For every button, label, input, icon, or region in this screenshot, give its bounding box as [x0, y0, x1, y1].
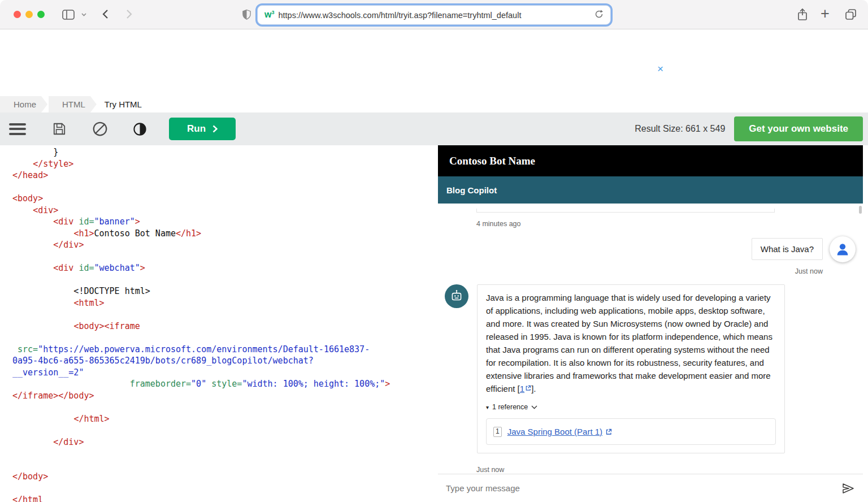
message-input-bar — [438, 474, 863, 502]
share-icon[interactable] — [797, 8, 808, 21]
privacy-shield-icon[interactable] — [242, 9, 251, 20]
send-icon — [841, 482, 855, 495]
url-text: https://www.w3schools.com/html/tryit.asp… — [278, 11, 521, 20]
references-label: 1 reference — [492, 401, 528, 414]
run-button[interactable]: Run — [169, 118, 236, 140]
run-arrow-icon — [212, 125, 218, 133]
bot-banner: Contoso Bot Name — [438, 145, 863, 176]
bot-banner-title: Contoso Bot Name — [449, 155, 535, 167]
code-editor[interactable]: } </style></head><body> <div> <div id="b… — [5, 145, 432, 502]
robot-icon — [449, 289, 464, 304]
get-website-button[interactable]: Get your own website — [734, 116, 863, 141]
back-button[interactable] — [102, 9, 108, 19]
bot-message-text: Java is a programming language that is w… — [486, 293, 772, 393]
menu-icon[interactable] — [9, 123, 26, 135]
reference-number: 1 — [493, 427, 502, 437]
reference-card[interactable]: 1 Java Spring Boot (Part 1) — [486, 418, 776, 445]
breadcrumb-html[interactable]: HTML — [49, 96, 97, 112]
ad-area: × — [0, 29, 868, 96]
external-link-icon — [605, 429, 612, 435]
user-avatar — [830, 236, 856, 262]
code-lines: } </style></head><body> <div> <div id="b… — [12, 147, 432, 502]
bot-avatar — [445, 284, 468, 308]
pane-divider[interactable] — [432, 145, 438, 502]
ad-close-button[interactable]: × — [657, 63, 663, 74]
chevron-down-icon — [531, 405, 537, 409]
reload-icon[interactable] — [594, 10, 604, 21]
sidebar-toggle-icon[interactable] — [62, 10, 75, 20]
sidebar-chevron-down-icon[interactable] — [81, 13, 86, 16]
dark-mode-icon[interactable] — [132, 122, 147, 137]
copilot-header: Blog Copilot — [438, 176, 863, 204]
zoom-window-button[interactable] — [37, 11, 45, 18]
save-icon[interactable] — [52, 122, 67, 136]
breadcrumb-try-html: Try HTML — [98, 96, 153, 112]
new-tab-button[interactable]: + — [821, 6, 830, 21]
minimize-window-button[interactable] — [25, 11, 33, 18]
citation-link[interactable]: 1 — [520, 384, 524, 393]
citation: [1]. — [518, 384, 536, 393]
breadcrumb: Home HTML Try HTML — [0, 96, 868, 112]
browser-chrome: w3 https://www.w3schools.com/html/tryit.… — [0, 0, 868, 29]
reference-link[interactable]: Java Spring Boot (Part 1) — [507, 425, 612, 438]
person-icon — [835, 241, 850, 257]
send-button[interactable] — [834, 474, 863, 502]
address-bar[interactable]: w3 https://www.w3schools.com/html/tryit.… — [257, 5, 611, 25]
user-message-bubble: What is Java? — [752, 238, 823, 260]
chat-area[interactable]: 4 minutes ago What is Java? Just now — [438, 204, 863, 474]
copilot-title: Blog Copilot — [446, 185, 497, 195]
message-input[interactable] — [438, 483, 834, 493]
result-pane: Contoso Bot Name Blog Copilot 4 minutes … — [438, 145, 863, 502]
bot-message-time: Just now — [476, 466, 863, 474]
timestamp-earlier: 4 minutes ago — [476, 220, 863, 228]
traffic-lights — [14, 11, 45, 18]
close-window-button[interactable] — [14, 11, 21, 18]
forward-button[interactable] — [126, 9, 132, 19]
chat-scrollbar[interactable] — [859, 206, 862, 214]
w3schools-favicon: w3 — [264, 10, 274, 19]
bot-message-row: Java is a programming language that is w… — [438, 284, 863, 453]
browser-window: w3 https://www.w3schools.com/html/tryit.… — [0, 0, 868, 502]
external-link-icon — [525, 385, 531, 391]
result-size-label: Result Size: 661 x 549 — [635, 124, 725, 134]
previous-message-edge — [476, 209, 775, 213]
user-message-time: Just now — [438, 267, 823, 275]
references-toggle[interactable]: ▾ 1 reference — [486, 401, 776, 414]
no-wrap-icon[interactable] — [92, 120, 108, 137]
triangle-down-icon: ▾ — [486, 405, 489, 410]
user-message-row: What is Java? — [438, 238, 863, 262]
editor-toolbar: Run Result Size: 661 x 549 Get your own … — [0, 112, 868, 145]
bot-message-bubble: Java is a programming language that is w… — [477, 284, 785, 453]
breadcrumb-home[interactable]: Home — [0, 96, 47, 112]
tab-overview-icon[interactable] — [845, 8, 857, 20]
